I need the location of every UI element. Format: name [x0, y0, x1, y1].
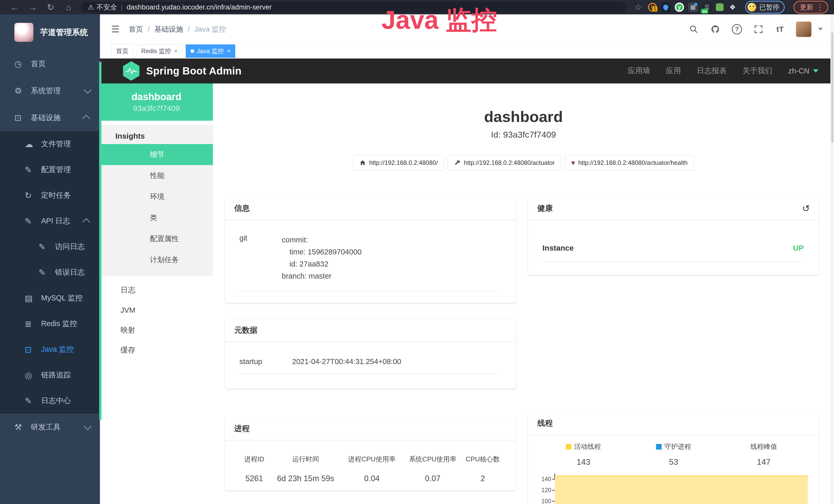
search-icon[interactable] [688, 24, 699, 35]
sidebar-item-api-logs[interactable]: ✎ API 日志 [0, 208, 100, 234]
health-url-button[interactable]: ♥ http://192.168.0.2:48080/actuator/heal… [565, 155, 694, 170]
sidebar-item-mysql-monitor[interactable]: ▤ MySQL 监控 [0, 285, 100, 311]
browser-menu-icon[interactable]: ⋮ [816, 3, 824, 12]
sba-item-logs[interactable]: 日志 [100, 280, 213, 300]
sba-nav-journal[interactable]: 日志报表 [697, 66, 727, 76]
browser-reload-icon[interactable]: ↻ [42, 2, 60, 12]
extension-colorzilla-icon[interactable]: C1 [648, 3, 657, 12]
puzzle-icon[interactable]: ❖ [728, 2, 738, 12]
sidebar-item-config-management[interactable]: ✎ 配置管理 [0, 157, 100, 183]
sba-item-classes[interactable]: 类 [100, 207, 213, 228]
sidebar-item-file-management[interactable]: ☁ 文件管理 [0, 131, 100, 157]
sidebar-item-redis-monitor[interactable]: ≣ Redis 监控 [0, 311, 100, 337]
service-url-button[interactable]: http://192.168.0.2:48080/ [353, 155, 444, 170]
sidebar-item-system[interactable]: ⚙ 系统管理 [0, 77, 100, 104]
info-card-body: git commit: time: 1596289704000 id: 27aa… [225, 220, 516, 303]
history-icon[interactable]: ↺ [802, 205, 810, 212]
instance-header[interactable]: dashboard 93a3fc7f7409 [100, 84, 213, 121]
extension-y-icon[interactable]: y [675, 3, 684, 12]
sidebar-item-java-monitor[interactable]: ⊡ Java 监控 [0, 337, 100, 362]
actuator-url-button[interactable]: http://192.168.0.2:48080/actuator [448, 155, 561, 170]
chart-plot-area [554, 473, 809, 504]
sba-item-jvm[interactable]: JVM [100, 300, 213, 320]
browser-home-icon[interactable]: ⌂ [60, 2, 78, 12]
sba-body: dashboard 93a3fc7f7409 Insights 细节 性能 环境… [100, 84, 834, 504]
page-scrollbar-thumb[interactable] [831, 32, 833, 143]
sba-item-environment[interactable]: 环境 [100, 186, 213, 207]
browser-update-button[interactable]: 更新 ⋮ [793, 1, 828, 14]
threads-chart: 140 120 100 [539, 473, 809, 504]
health-card-title: 健康 [537, 203, 553, 214]
page-title: dashboard [213, 108, 834, 126]
instance-id: 93a3fc7f7409 [133, 104, 180, 113]
sba-item-config-props[interactable]: 配置属性 [100, 228, 213, 249]
sba-nav-wallboard[interactable]: 应用墙 [628, 66, 650, 76]
font-size-icon[interactable]: tT [774, 24, 786, 35]
security-label[interactable]: 不安全 [96, 3, 117, 12]
inner-scrollbar-thumb[interactable] [99, 62, 102, 420]
breadcrumb-home[interactable]: 首页 [129, 24, 143, 34]
sidebar-item-home[interactable]: ◷ 首页 [0, 50, 100, 77]
database-icon: ▤ [25, 293, 41, 303]
sba-sidebar: dashboard 93a3fc7f7409 Insights 细节 性能 环境… [100, 84, 213, 504]
extension-pin-icon[interactable] [661, 2, 671, 12]
sba-item-caches[interactable]: 缓存 [100, 340, 213, 360]
url-text[interactable]: dashboard.yudao.iocoder.cn/infra/admin-s… [127, 3, 271, 11]
sba-item-metrics[interactable]: 性能 [100, 165, 213, 186]
user-avatar[interactable] [796, 22, 811, 37]
address-separator: | [121, 3, 123, 11]
active-dot [191, 49, 194, 53]
sidebar-item-error-logs[interactable]: ✎ 错误日志 [0, 259, 100, 285]
sidebar-item-scheduled-jobs[interactable]: ↻ 定时任务 [0, 183, 100, 208]
sba-logo-icon[interactable] [123, 61, 139, 81]
github-icon[interactable] [710, 24, 721, 35]
browser-forward-icon[interactable]: → [24, 2, 42, 12]
sidebar-item-dev-tools[interactable]: ⚒ 研发工具 [0, 414, 100, 441]
sidebar-item-tracing[interactable]: ◎ 链路追踪 [0, 362, 100, 388]
instance-name: dashboard [132, 91, 181, 102]
hamburger-icon[interactable]: ☰ [111, 24, 119, 35]
app-logo-row[interactable]: 芋道管理系统 [0, 15, 100, 50]
tab-redis-monitor[interactable]: Redis 监控 × [136, 44, 183, 58]
breadcrumb-separator: / [148, 25, 150, 33]
sba-nav-about[interactable]: 关于我们 [743, 66, 772, 76]
health-row-instance[interactable]: Instance UP [543, 234, 804, 261]
sba-item-mappings[interactable]: 映射 [100, 320, 213, 340]
extension-grid-icon[interactable]: ▦ [688, 2, 698, 12]
page-scrollbar[interactable] [830, 15, 834, 504]
info-card: 信息 git commit: time: 1596289704000 id: 2… [225, 197, 516, 303]
sidebar-item-log-center[interactable]: ✎ 日志中心 [0, 388, 100, 414]
browser-profile-chip[interactable]: 已暂停 [745, 1, 785, 14]
metadata-card-title: 元数据 [225, 319, 516, 342]
info-value: commit: time: 1596289704000 id: 27aa832 … [282, 234, 361, 282]
locale-select[interactable]: zh-CN [788, 67, 818, 75]
breadcrumb-infrastructure[interactable]: 基础设施 [154, 24, 183, 34]
legend-yellow-swatch [566, 444, 571, 450]
extension-switch-icon[interactable]: ☰on [702, 2, 712, 12]
sba-root-items: 日志 JVM 映射 缓存 [100, 280, 213, 360]
sba-nav-applications[interactable]: 应用 [666, 66, 681, 76]
tab-home[interactable]: 首页 [111, 44, 133, 58]
sidebar-item-infrastructure[interactable]: ⊡ 基础设施 [0, 104, 100, 131]
fullscreen-icon[interactable] [753, 24, 764, 35]
browser-back-icon[interactable]: ← [6, 2, 24, 12]
sba-item-scheduled-tasks[interactable]: 计划任务 [100, 249, 213, 270]
sba-main-panel: dashboard Id: 93a3fc7f7409 http://192.16… [213, 84, 834, 504]
sidebar-item-access-logs[interactable]: ✎ 访问日志 [0, 234, 100, 259]
cpu-cores: 2 [460, 474, 506, 483]
monitor-icon: ⊡ [25, 345, 41, 354]
sba-brand[interactable]: Spring Boot Admin [146, 65, 241, 77]
address-bar[interactable]: ⚠ 不安全 | dashboard.yudao.iocoder.cn/infra… [81, 2, 626, 13]
close-icon[interactable]: × [174, 47, 178, 55]
extension-leaf-icon[interactable] [716, 3, 724, 11]
tab-java-monitor[interactable]: Java 监控 × [186, 44, 235, 58]
close-icon[interactable]: × [227, 47, 231, 55]
profile-avatar [747, 3, 756, 12]
sba-item-details[interactable]: 细节 [100, 144, 213, 165]
log-icon: ✎ [39, 242, 55, 252]
bookmark-star-icon[interactable]: ☆ [633, 2, 644, 12]
help-icon[interactable]: ? [731, 24, 743, 35]
avatar-caret-icon[interactable] [818, 28, 823, 30]
log-icon: ✎ [25, 396, 41, 406]
threads-card-title: 线程 [528, 412, 819, 435]
